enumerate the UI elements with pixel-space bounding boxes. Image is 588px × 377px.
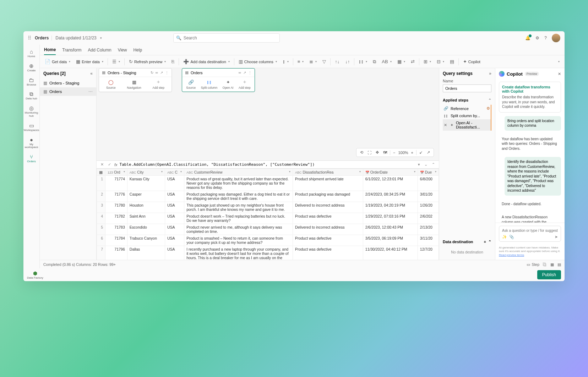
avatar[interactable] bbox=[552, 34, 560, 42]
choose-columns-button[interactable]: ▥Choose columns▾ bbox=[236, 58, 279, 66]
node-menu-icon[interactable]: ⋮ bbox=[248, 71, 252, 75]
query-item[interactable]: ▦Orders⋯ bbox=[40, 87, 96, 96]
table-row[interactable]: 371780HoustonUSAThis package just showed… bbox=[97, 202, 439, 213]
table-row[interactable]: 171774Kansas CityUSAProduct was of great… bbox=[97, 176, 439, 191]
leftrail-item-my-workspace[interactable]: ●My workspace bbox=[23, 135, 40, 152]
chevron-down-icon[interactable]: ▾ bbox=[100, 36, 102, 40]
data-factory-button[interactable]: ⬢Data Factory bbox=[27, 271, 43, 279]
waffle-icon[interactable]: ⠿ bbox=[28, 35, 31, 41]
node-collapse-icon[interactable]: ↗ bbox=[243, 71, 246, 75]
column-header[interactable]: ABCC▾ bbox=[165, 169, 184, 176]
zoom-map-icon[interactable]: 🗺 bbox=[382, 150, 388, 155]
replace-values-button[interactable]: ⇄ bbox=[409, 58, 417, 66]
send-icon[interactable]: ➤ bbox=[555, 235, 558, 239]
copilot-input[interactable] bbox=[502, 229, 558, 233]
diagram-view-icon[interactable]: ⿻ bbox=[543, 262, 547, 267]
add-destination-button[interactable]: ➕Add data destination▾ bbox=[181, 58, 232, 66]
data-updated-label[interactable]: Data updated 1/12/23 bbox=[55, 35, 96, 40]
node-menu-icon[interactable]: ⋮ bbox=[165, 71, 169, 75]
collapse-queries-icon[interactable]: « bbox=[90, 71, 93, 76]
use-first-row-button[interactable]: ▦▾ bbox=[395, 58, 407, 66]
node-orders-staging[interactable]: ▦Orders - Staging↻∞↗⋮ ◯Source ▦Navigatio… bbox=[99, 68, 172, 92]
settings-icon[interactable]: ⚙ bbox=[535, 35, 539, 40]
column-header[interactable]: 📅Due▾ bbox=[418, 169, 439, 176]
sort-asc-button[interactable]: ↑↓ bbox=[333, 58, 342, 66]
applied-step[interactable]: 🔗Reference⚙ bbox=[443, 105, 491, 112]
tab-help[interactable]: Help bbox=[133, 45, 142, 55]
tab-add-column[interactable]: Add Column bbox=[88, 45, 111, 55]
step-open-ai[interactable]: ✦Open AI bbox=[223, 79, 234, 89]
formula-dropdown-icon[interactable]: ▾ bbox=[417, 162, 421, 167]
zoom-pan-icon[interactable]: ✥ bbox=[374, 149, 380, 155]
publish-button[interactable]: Publish bbox=[537, 270, 561, 279]
refresh-preview-button[interactable]: ↻Refresh preview▾ bbox=[127, 58, 168, 66]
attach-icon[interactable]: 📎 bbox=[509, 235, 514, 239]
preview-terms-link[interactable]: Read preview terms bbox=[499, 253, 524, 257]
get-data-button[interactable]: 📄Get data▾ bbox=[43, 58, 72, 66]
query-name-input[interactable] bbox=[443, 84, 491, 92]
node-refresh-icon[interactable]: ↻ bbox=[151, 71, 153, 75]
notifications-icon[interactable]: 🔔 bbox=[525, 35, 530, 40]
node-collapse-icon[interactable]: ↗ bbox=[160, 71, 163, 75]
tab-view[interactable]: View bbox=[118, 45, 127, 55]
sparkle-icon[interactable]: ✨ bbox=[502, 235, 507, 239]
formula-expand-down-icon[interactable]: ⌄ bbox=[423, 162, 429, 167]
split-column-button[interactable]: ⫿⫿▾ bbox=[356, 58, 369, 66]
query-item[interactable]: ▦Orders - Staging bbox=[40, 79, 96, 87]
node-link-icon[interactable]: ∞ bbox=[239, 71, 241, 75]
zoom-in-button[interactable]: + bbox=[410, 150, 415, 155]
step-split-column[interactable]: ⫿⫿Split column bbox=[201, 79, 217, 89]
column-header[interactable]: 📅OrderDate▾ bbox=[363, 169, 418, 176]
remove-rows-button[interactable]: ≣▾ bbox=[307, 58, 319, 66]
data-type-button[interactable]: AB▾ bbox=[380, 58, 393, 66]
zoom-reset-icon[interactable]: ⟲ bbox=[359, 149, 365, 155]
keep-rows-button[interactable]: ≡▾ bbox=[295, 58, 306, 66]
leftrail-item-data-hub[interactable]: ⧉Data hub bbox=[23, 89, 40, 103]
options-button[interactable]: ☰▾ bbox=[110, 58, 122, 66]
leftrail-item-create[interactable]: ⊕Create bbox=[23, 61, 40, 75]
step-source[interactable]: ◯Source bbox=[106, 79, 116, 89]
enter-data-button[interactable]: ▦Enter data▾ bbox=[74, 58, 105, 66]
column-header[interactable]: 123Ord▾ bbox=[105, 169, 127, 176]
search-input[interactable] bbox=[173, 33, 280, 43]
node-link-icon[interactable]: ∞ bbox=[156, 71, 158, 75]
leftrail-item-orders[interactable]: ⑂Orders bbox=[23, 152, 40, 165]
leftrail-item-workspaces[interactable]: ▭Workspaces bbox=[23, 121, 40, 134]
formula-expand-up-icon[interactable]: ⌃ bbox=[431, 162, 436, 167]
zoom-collapse-icon[interactable]: ↙ bbox=[418, 149, 424, 155]
combine-files-button[interactable]: ▤ bbox=[448, 58, 456, 66]
filter-button[interactable]: ▽ bbox=[320, 58, 328, 66]
step-source[interactable]: 🔗Source bbox=[186, 79, 196, 89]
close-copilot-icon[interactable]: ✕ bbox=[558, 72, 561, 76]
toolbar-overflow-button[interactable]: ▾ bbox=[555, 59, 562, 65]
applied-step[interactable]: ✕✦Open AI - Dissatisfacti... bbox=[443, 119, 491, 131]
tab-home[interactable]: Home bbox=[44, 45, 56, 55]
leftrail-item-monitoring-hub[interactable]: ◎Monitoring hub bbox=[23, 103, 40, 120]
column-header[interactable]: ABCDissatisfactionRea▾ bbox=[293, 169, 363, 176]
table-row[interactable]: 471782Saint AnnUSAProduct doesn't work –… bbox=[97, 213, 439, 224]
tab-transform[interactable]: Transform bbox=[62, 45, 81, 55]
column-header[interactable]: ABCCustomerReview▾ bbox=[184, 169, 293, 176]
help-icon[interactable]: ? bbox=[544, 35, 547, 40]
add-step-button[interactable]: ＋Add step bbox=[153, 79, 165, 89]
collapse-dest-icon[interactable]: ⌃ bbox=[488, 240, 491, 244]
leftrail-item-home[interactable]: ⌂Home bbox=[23, 47, 40, 60]
table-row[interactable]: 671784Trabuco CanyonUSAProduct is smashe… bbox=[97, 235, 439, 246]
table-row[interactable]: 271776CasperUSAProduct packaging was dam… bbox=[97, 191, 439, 202]
manage-button[interactable]: ⎘ bbox=[169, 58, 176, 66]
collapse-steps-icon[interactable]: ⌃ bbox=[488, 98, 491, 103]
sort-desc-button[interactable]: ↓↑ bbox=[343, 58, 352, 66]
remove-columns-button[interactable]: ⫿▾ bbox=[281, 58, 291, 66]
zoom-expand-icon[interactable]: ↗ bbox=[425, 149, 431, 155]
add-destination-icon[interactable]: + bbox=[484, 240, 486, 244]
delete-step-icon[interactable]: ✕ bbox=[443, 123, 447, 127]
collapse-settings-icon[interactable]: » bbox=[489, 71, 491, 76]
zoom-fit-icon[interactable]: ⛶ bbox=[366, 150, 373, 155]
table-row[interactable]: 571783EscondidoUSAProduct never arrived … bbox=[97, 224, 439, 235]
diagram-canvas[interactable]: ▦Orders - Staging↻∞↗⋮ ◯Source ▦Navigatio… bbox=[97, 68, 439, 160]
applied-step[interactable]: ⫿⫿Split column by... bbox=[443, 112, 491, 119]
schema-view-icon[interactable]: ▦ bbox=[550, 262, 554, 267]
step-settings-icon[interactable]: ⚙ bbox=[486, 106, 490, 111]
step-view-button[interactable]: ▭ Step bbox=[527, 262, 539, 267]
merge-queries-button[interactable]: ⊞▾ bbox=[421, 58, 433, 66]
